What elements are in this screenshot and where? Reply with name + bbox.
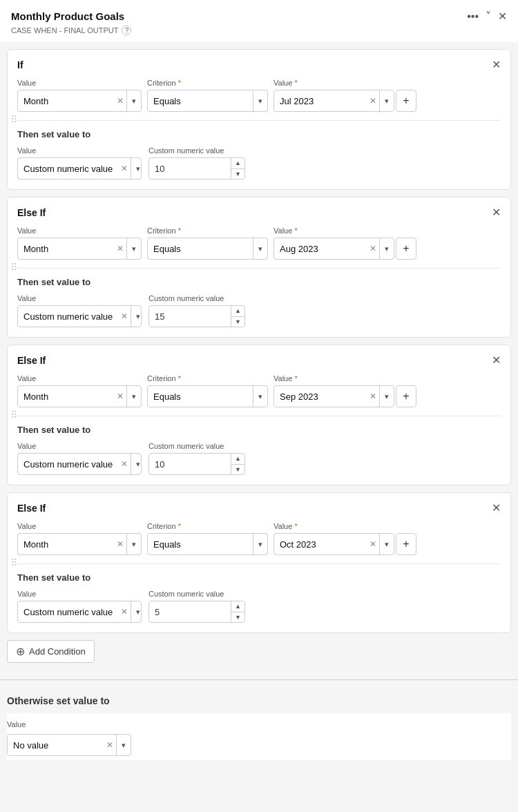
elseif1-then-value-clear[interactable]: ✕ xyxy=(118,311,131,321)
if-date-clear[interactable]: ✕ xyxy=(367,96,379,106)
if-close-button[interactable]: ✕ xyxy=(492,59,501,70)
elseif1-then-value-arrow[interactable]: ▾ xyxy=(131,306,142,327)
elseif3-value-select[interactable]: Month ✕ ▾ xyxy=(17,533,142,555)
elseif2-then-numeric-input[interactable]: 10 ▲ ▼ xyxy=(148,453,245,475)
otherwise-value-container: Value No value ✕ ▾ xyxy=(7,713,511,760)
elseif3-criterion-arrow[interactable]: ▾ xyxy=(253,534,267,554)
elseif1-then-numeric-value: 15 xyxy=(149,311,231,322)
drag-handle-elseif3[interactable]: ⠿ xyxy=(8,554,20,571)
elseif3-value-clear[interactable]: ✕ xyxy=(114,539,126,549)
otherwise-value-clear[interactable]: ✕ xyxy=(104,740,116,750)
elseif2-add-value-button[interactable]: + xyxy=(396,385,416,407)
elseif3-close-button[interactable]: ✕ xyxy=(492,503,501,514)
elseif1-condition-row: Value Month ✕ ▾ Criterion * Equals ▾ Val… xyxy=(17,226,501,260)
elseif1-criterion-text: Equals xyxy=(148,244,253,254)
close-icon[interactable]: ✕ xyxy=(498,10,507,23)
elseif2-then-value-arrow[interactable]: ▾ xyxy=(131,454,142,474)
elseif1-value-select[interactable]: Month ✕ ▾ xyxy=(17,238,142,260)
elseif3-date-clear[interactable]: ✕ xyxy=(367,539,379,549)
elseif3-date-arrow[interactable]: ▾ xyxy=(379,534,394,554)
elseif1-date-clear[interactable]: ✕ xyxy=(367,244,379,253)
elseif3-date-wrapper: Oct 2023 ✕ ▾ + xyxy=(274,533,416,555)
elseif3-then-down-arrow[interactable]: ▼ xyxy=(231,612,244,623)
elseif2-date-clear[interactable]: ✕ xyxy=(367,392,379,401)
elseif3-add-value-button[interactable]: + xyxy=(396,533,416,555)
subtitle-info-icon[interactable]: ? xyxy=(122,26,131,35)
drag-handle-elseif2[interactable]: ⠿ xyxy=(8,407,20,423)
if-date-select[interactable]: Jul 2023 ✕ ▾ xyxy=(274,90,394,112)
elseif2-value-select[interactable]: Month ✕ ▾ xyxy=(17,385,142,407)
elseif3-then-numeric-group: Custom numeric value 5 ▲ ▼ xyxy=(148,590,245,623)
elseif3-value-arrow[interactable]: ▾ xyxy=(126,534,141,554)
elseif3-then-value-clear[interactable]: ✕ xyxy=(118,607,131,617)
elseif1-then-value-select[interactable]: Custom numeric value ✕ ▾ xyxy=(17,305,142,327)
elseif1-criterion-arrow[interactable]: ▾ xyxy=(253,238,267,259)
elseif2-date-arrow[interactable]: ▾ xyxy=(379,386,394,407)
elseif3-then-numeric-input[interactable]: 5 ▲ ▼ xyxy=(148,601,245,623)
drag-handle-elseif1[interactable]: ⠿ xyxy=(8,259,20,276)
if-criterion-label: Criterion * xyxy=(147,79,268,87)
elseif1-value-arrow[interactable]: ▾ xyxy=(126,238,141,259)
elseif3-date-select[interactable]: Oct 2023 ✕ ▾ xyxy=(274,533,394,555)
if-add-value-button[interactable]: + xyxy=(396,90,416,112)
chevron-down-icon[interactable]: ˅ xyxy=(486,10,491,23)
elseif1-add-value-button[interactable]: + xyxy=(396,238,416,260)
if-then-value-text: Custom numeric value xyxy=(18,164,118,174)
if-value-arrow[interactable]: ▾ xyxy=(126,90,141,111)
if-then-value-clear[interactable]: ✕ xyxy=(118,164,131,173)
elseif1-then-numeric-input[interactable]: 15 ▲ ▼ xyxy=(148,305,245,327)
if-then-down-arrow[interactable]: ▼ xyxy=(231,169,244,180)
elseif2-then-value-clear[interactable]: ✕ xyxy=(118,459,131,469)
elseif3-then-up-arrow[interactable]: ▲ xyxy=(231,601,244,612)
subtitle: CASE WHEN - FINAL OUTPUT ? xyxy=(0,26,518,42)
elseif2-criterion-select[interactable]: Equals ▾ xyxy=(147,385,268,407)
add-condition-button[interactable]: ⊕ Add Condition xyxy=(7,640,95,663)
elseif3-criterion-select[interactable]: Equals ▾ xyxy=(147,533,268,555)
elseif3-then-row: Value Custom numeric value ✕ ▾ Custom nu… xyxy=(17,590,501,623)
elseif1-then-down-arrow[interactable]: ▼ xyxy=(231,317,244,327)
elseif3-value-text: Month xyxy=(18,539,114,550)
elseif2-value-clear[interactable]: ✕ xyxy=(114,392,126,401)
drag-handle-if[interactable]: ⠿ xyxy=(8,111,20,128)
if-value-clear[interactable]: ✕ xyxy=(114,96,126,106)
elseif1-close-button[interactable]: ✕ xyxy=(492,207,501,218)
elseif2-then-value-text: Custom numeric value xyxy=(18,459,118,470)
if-then-value-select[interactable]: Custom numeric value ✕ ▾ xyxy=(17,157,142,180)
add-condition-label: Add Condition xyxy=(29,646,86,657)
if-criterion-select[interactable]: Equals ▾ xyxy=(147,90,268,112)
elseif1-criterion-select[interactable]: Equals ▾ xyxy=(147,238,268,260)
elseif3-then-value-arrow[interactable]: ▾ xyxy=(131,601,142,622)
if-criterion-arrow[interactable]: ▾ xyxy=(253,90,267,111)
if-criterion-group: Criterion * Equals ▾ xyxy=(147,79,268,112)
if-date-label: Value * xyxy=(274,79,416,87)
elseif3-then-value-select[interactable]: Custom numeric value ✕ ▾ xyxy=(17,601,142,623)
if-value-text: Month xyxy=(18,96,114,106)
elseif1-then-custom-label: Custom numeric value xyxy=(148,294,245,302)
elseif1-value-clear[interactable]: ✕ xyxy=(114,244,126,253)
elseif1-then-numeric-group: Custom numeric value 15 ▲ ▼ xyxy=(148,294,245,327)
otherwise-value-arrow[interactable]: ▾ xyxy=(116,735,131,755)
elseif1-then-up-arrow[interactable]: ▲ xyxy=(231,306,244,317)
if-then-value-arrow[interactable]: ▾ xyxy=(131,158,142,179)
elseif3-criterion-text: Equals xyxy=(148,539,253,550)
elseif1-date-arrow[interactable]: ▾ xyxy=(379,238,394,259)
elseif2-header: Else If ✕ xyxy=(17,355,501,366)
elseif2-value-arrow[interactable]: ▾ xyxy=(126,386,141,407)
if-value-select[interactable]: Month ✕ ▾ xyxy=(17,90,142,112)
if-date-arrow[interactable]: ▾ xyxy=(379,90,394,111)
elseif3-date-text: Oct 2023 xyxy=(274,539,367,550)
elseif2-then-up-arrow[interactable]: ▲ xyxy=(231,454,244,465)
if-then-numeric-arrows: ▲ ▼ xyxy=(231,158,244,179)
elseif1-date-select[interactable]: Aug 2023 ✕ ▾ xyxy=(274,238,394,260)
elseif2-then-value-select[interactable]: Custom numeric value ✕ ▾ xyxy=(17,453,142,475)
elseif2-date-select[interactable]: Sep 2023 ✕ ▾ xyxy=(274,385,394,407)
if-then-value-label: Value xyxy=(17,146,142,155)
if-then-up-arrow[interactable]: ▲ xyxy=(231,158,244,169)
elseif2-then-down-arrow[interactable]: ▼ xyxy=(231,465,244,475)
more-icon[interactable]: ••• xyxy=(467,10,479,23)
elseif2-criterion-arrow[interactable]: ▾ xyxy=(253,386,267,407)
elseif1-value-label: Value xyxy=(17,226,142,235)
if-then-numeric-input[interactable]: 10 ▲ ▼ xyxy=(148,157,245,180)
otherwise-value-select[interactable]: No value ✕ ▾ xyxy=(7,734,131,756)
elseif2-close-button[interactable]: ✕ xyxy=(492,355,501,366)
